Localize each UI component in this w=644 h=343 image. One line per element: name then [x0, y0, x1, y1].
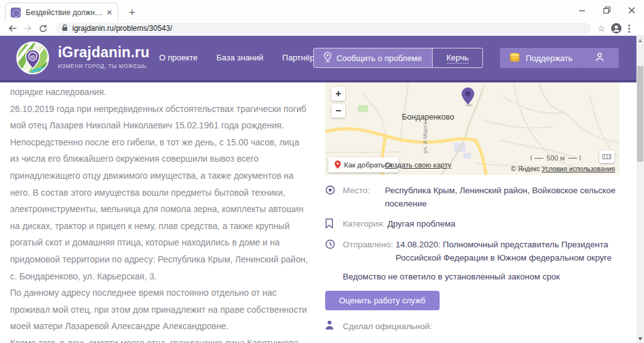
place-value: Республика Крым, Ленинский район, Войков…: [385, 184, 619, 210]
no-response-note: Ведомство не ответило в установленный за…: [343, 271, 619, 283]
close-window-button[interactable]: [628, 7, 635, 14]
map-marker-icon[interactable]: [461, 87, 475, 110]
map-create-link[interactable]: Создать свою карту: [385, 161, 452, 169]
map-copyright: © Яндекс Условия использования: [511, 165, 615, 172]
report-problem-label: Сообщить о проблеме: [336, 53, 422, 63]
rate-services-button[interactable]: Оценить работу служб: [325, 291, 440, 310]
map-terms-link[interactable]: Условия использования: [541, 165, 615, 172]
problem-sidebar: + − Бондаренково ул. 8 Марта Как доб: [325, 82, 619, 332]
map-zoom-out-button[interactable]: −: [331, 104, 345, 118]
back-button[interactable]: [5, 22, 20, 35]
map-zoom-in-button[interactable]: +: [331, 87, 345, 101]
nav-item-about[interactable]: О проекте: [159, 53, 197, 62]
support-label: Поддержать: [526, 53, 572, 63]
category-value: Другая проблема: [387, 218, 619, 231]
problem-paragraph: порядке наследования.: [10, 84, 309, 101]
sent-value: 14.08.2020: Полномочный представитель Пр…: [396, 239, 619, 264]
page-scrollbar[interactable]: [636, 36, 644, 343]
browser-toolbar: igrajdanin.ru/problems/30543/ ☆: [0, 21, 644, 36]
map-copyright-label: © Яндекс: [511, 165, 540, 172]
report-problem-group: Сообщить о проблеме Керчь: [313, 48, 483, 68]
map-ruler-button[interactable]: [599, 150, 614, 163]
site-favicon-icon: [11, 8, 21, 18]
restore-button[interactable]: [603, 6, 611, 14]
account-button[interactable]: [580, 48, 619, 68]
browser-window: Бездействие должностных лиц ✕ +: [0, 0, 644, 343]
main-nav: О проекте База знаний Партнёры: [159, 53, 320, 62]
place-row: Место: Республика Крым, Ленинский район,…: [325, 184, 619, 210]
forward-button[interactable]: [20, 22, 35, 35]
problem-paragraph: 26.10.2019 года при непредвиденных обсто…: [10, 101, 309, 285]
map-street-label: ул. 8 Марта: [421, 119, 428, 157]
site-tagline: ИЗМЕНИ ГОРОД, ТЫ МОЖЕШЬ.: [58, 63, 150, 69]
scrollbar-thumb[interactable]: [637, 66, 643, 162]
url-text: igrajdanin.ru/problems/30543/: [72, 24, 172, 33]
site-logo-icon[interactable]: iG: [16, 42, 49, 74]
problem-paragraph: По данному адресу последнее время постоя…: [10, 284, 309, 335]
browser-tab[interactable]: Бездействие должностных лиц ✕: [5, 3, 118, 21]
scroll-up-icon[interactable]: [636, 36, 644, 45]
ruler-icon: [602, 154, 611, 159]
clock-icon: [325, 239, 343, 264]
person-icon: [595, 52, 604, 64]
place-label: Место:: [343, 184, 385, 210]
city-label: Керчь: [447, 53, 469, 64]
address-bar[interactable]: igrajdanin.ru/problems/30543/: [55, 23, 591, 35]
map-scale-label: 500 м: [547, 154, 565, 162]
browser-titlebar: Бездействие должностных лиц ✕ +: [0, 0, 644, 21]
official-person-icon: [325, 320, 343, 332]
brand-block[interactable]: iGrajdanin.ru ИЗМЕНИ ГОРОД, ТЫ МОЖЕШЬ.: [58, 44, 150, 69]
category-label: Категория:: [343, 218, 387, 231]
problem-details: Место: Республика Крым, Ленинский район,…: [325, 184, 619, 332]
report-problem-button[interactable]: Сообщить о проблеме: [314, 48, 432, 67]
coins-icon: [509, 52, 521, 64]
profile-avatar-icon[interactable]: [611, 23, 622, 34]
nav-item-knowledge-base[interactable]: База знаний: [216, 53, 264, 62]
refresh-button[interactable]: [35, 22, 50, 35]
map-town-label: Бондаренково: [402, 113, 454, 121]
window-controls: [579, 0, 640, 20]
support-button[interactable]: Поддержать: [500, 48, 581, 68]
site-header: iG iGrajdanin.ru ИЗМЕНИ ГОРОД, ТЫ МОЖЕШЬ…: [0, 36, 644, 82]
sent-row: Отправлено: 14.08.2020: Полномочный пред…: [325, 239, 619, 264]
problem-description: порядке наследования. 26.10.2019 года пр…: [10, 82, 309, 343]
new-tab-button[interactable]: +: [125, 5, 140, 20]
lock-icon: [62, 23, 68, 34]
tab-title: Бездействие должностных лиц: [26, 8, 103, 17]
sent-label: Отправлено:: [343, 239, 396, 264]
made-official-row: Сделал официальной:: [325, 320, 619, 332]
category-row: Категория: Другая проблема: [325, 218, 619, 231]
red-pin-icon: [335, 160, 341, 170]
target-icon: [325, 184, 343, 210]
problem-paragraph: Кроме того, в день смерти моего отца, гр…: [10, 335, 309, 343]
bookmark-icon: [325, 218, 343, 231]
site-title: iGrajdanin.ru: [58, 44, 150, 61]
tab-close-icon[interactable]: ✕: [106, 8, 113, 17]
bookmark-star-icon[interactable]: ☆: [597, 23, 606, 33]
logo-monogram: iG: [30, 55, 35, 59]
yandex-map[interactable]: + − Бондаренково ул. 8 Марта Как доб: [325, 82, 619, 175]
scroll-down-icon[interactable]: [636, 334, 644, 343]
city-selector[interactable]: Керчь: [432, 48, 482, 67]
browser-menu-icon[interactable]: [628, 25, 631, 33]
location-pin-icon: [324, 52, 331, 64]
made-official-label: Сделал официальной:: [343, 322, 432, 331]
minimize-button[interactable]: [579, 7, 586, 14]
map-scale: 500 м: [531, 154, 580, 162]
